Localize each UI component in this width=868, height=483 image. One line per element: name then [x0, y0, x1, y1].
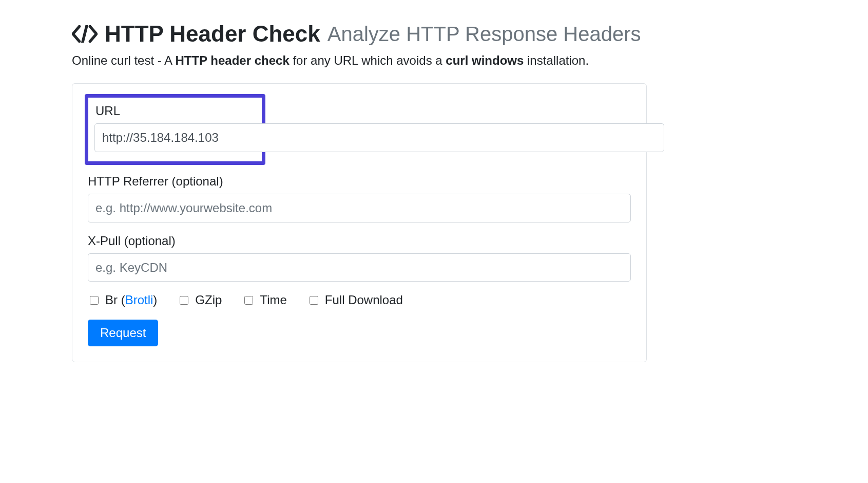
svg-line-0	[83, 26, 87, 43]
xpull-input[interactable]	[88, 253, 631, 282]
xpull-label: X-Pull (optional)	[88, 234, 631, 248]
url-input[interactable]	[94, 123, 664, 152]
time-checkbox[interactable]	[244, 296, 253, 305]
url-label: URL	[95, 104, 255, 118]
gzip-check-label: GZip	[195, 293, 222, 307]
referrer-input[interactable]	[88, 194, 631, 222]
page-title-text: HTTP Header Check	[105, 21, 320, 48]
page-subtitle: Analyze HTTP Response Headers	[327, 22, 641, 46]
gzip-check[interactable]: GZip	[178, 293, 222, 307]
gzip-checkbox[interactable]	[180, 296, 188, 305]
request-button[interactable]: Request	[88, 320, 158, 346]
full-download-check[interactable]: Full Download	[307, 293, 403, 307]
brotli-link[interactable]: Brotli	[125, 293, 153, 307]
br-check[interactable]: Br (Brotli)	[88, 293, 157, 307]
referrer-label: HTTP Referrer (optional)	[88, 174, 631, 189]
code-icon	[72, 25, 98, 43]
url-highlight-box: URL	[85, 94, 265, 165]
time-check[interactable]: Time	[242, 293, 286, 307]
time-check-label: Time	[260, 293, 286, 307]
form-card: URL HTTP Referrer (optional) X-Pull (opt…	[72, 83, 647, 362]
lead-text: Online curl test - A HTTP header check f…	[72, 52, 647, 69]
checkbox-row: Br (Brotli) GZip Time Full Download	[88, 293, 631, 307]
br-checkbox[interactable]	[90, 296, 99, 305]
full-download-check-label: Full Download	[325, 293, 403, 307]
page-title: HTTP Header Check Analyze HTTP Response …	[72, 21, 647, 48]
full-download-checkbox[interactable]	[310, 296, 318, 305]
br-check-label: Br (Brotli)	[105, 293, 157, 307]
